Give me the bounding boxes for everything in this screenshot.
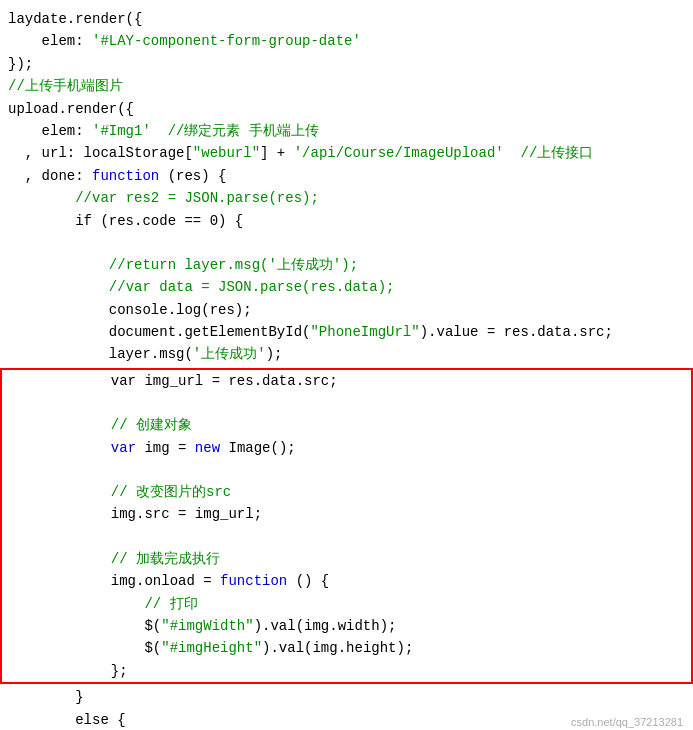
code-token: '#Img1': [92, 120, 151, 142]
code-line: upload.render({: [0, 98, 693, 120]
code-token: var: [111, 437, 136, 459]
code-token: , url: localStorage[: [8, 142, 193, 164]
code-line: [2, 459, 691, 481]
code-line: if (res.code == 0) {: [0, 210, 693, 232]
code-token: if (res.code == 0) {: [8, 210, 243, 232]
watermark: csdn.net/qq_37213281: [571, 714, 683, 730]
code-token: ] +: [260, 142, 294, 164]
code-token: [504, 142, 521, 164]
code-container: laydate.render({ elem: '#LAY-component-f…: [0, 0, 693, 730]
code-token: [10, 548, 111, 570]
code-line: //return layer.msg('上传成功');: [0, 254, 693, 276]
code-line: //上传手机端图片: [0, 75, 693, 97]
code-token: //var data = JSON.parse(res.data);: [109, 276, 395, 298]
code-line: [0, 232, 693, 254]
code-token: upload.render({: [8, 98, 134, 120]
code-token: $(: [10, 615, 161, 637]
code-token: // 创建对象: [111, 414, 192, 436]
code-token: else {: [8, 709, 126, 730]
code-token: (res) {: [159, 165, 226, 187]
code-line: });: [0, 53, 693, 75]
code-token: document.getElementById(: [8, 321, 310, 343]
code-token: //上传接口: [521, 142, 594, 164]
code-token: "#imgWidth": [161, 615, 253, 637]
code-line: // 创建对象: [2, 414, 691, 436]
code-line: [2, 392, 691, 414]
code-token: ).val(img.width);: [254, 615, 397, 637]
code-token: ).val(img.height);: [262, 637, 413, 659]
code-token: //var res2 = JSON.parse(res);: [75, 187, 319, 209]
code-token: // 加载完成执行: [111, 548, 220, 570]
code-line: [2, 526, 691, 548]
code-line: document.getElementById("PhoneImgUrl").v…: [0, 321, 693, 343]
code-block: laydate.render({ elem: '#LAY-component-f…: [0, 8, 693, 730]
code-token: });: [8, 53, 33, 75]
code-token: img.onload =: [10, 570, 220, 592]
code-token: function: [92, 165, 159, 187]
code-token: img =: [136, 437, 195, 459]
code-token: [10, 593, 144, 615]
code-token: elem:: [8, 30, 92, 52]
code-token: () {: [287, 570, 329, 592]
code-token: //绑定元素 手机端上传: [168, 120, 319, 142]
code-token: var img_url = res.data.src;: [10, 370, 338, 392]
code-token: Image();: [220, 437, 296, 459]
code-line: var img = new Image();: [2, 437, 691, 459]
code-token: elem:: [8, 120, 92, 142]
code-line: //var res2 = JSON.parse(res);: [0, 187, 693, 209]
code-token: layer.msg(: [8, 343, 193, 365]
code-token: laydate.render({: [8, 8, 142, 30]
code-token: new: [195, 437, 220, 459]
code-token: // 打印: [144, 593, 197, 615]
code-line: laydate.render({: [0, 8, 693, 30]
code-line: // 改变图片的src: [2, 481, 691, 503]
code-line: var img_url = res.data.src;: [2, 370, 691, 392]
code-token: img.src = img_url;: [10, 503, 262, 525]
code-line: $("#imgWidth").val(img.width);: [2, 615, 691, 637]
code-token: , done:: [8, 165, 92, 187]
code-token: [10, 481, 111, 503]
code-token: '/api/Course/ImageUpload': [294, 142, 504, 164]
code-token: };: [10, 660, 128, 682]
code-token: $(: [10, 637, 161, 659]
code-line: //var data = JSON.parse(res.data);: [0, 276, 693, 298]
code-token: function: [220, 570, 287, 592]
code-line: elem: '#Img1' //绑定元素 手机端上传: [0, 120, 693, 142]
code-token: [8, 187, 75, 209]
code-token: [151, 120, 168, 142]
code-token: [10, 437, 111, 459]
code-token: }: [8, 686, 84, 708]
code-line: layer.msg('上传成功');: [0, 343, 693, 365]
code-token: ).value = res.data.src;: [420, 321, 613, 343]
code-token: //上传手机端图片: [8, 75, 123, 97]
code-token: console.log(res);: [8, 299, 252, 321]
code-line: , done: function (res) {: [0, 165, 693, 187]
code-line: // 打印: [2, 593, 691, 615]
code-token: [8, 254, 109, 276]
code-token: [8, 276, 109, 298]
code-line: }: [0, 686, 693, 708]
code-token: "weburl": [193, 142, 260, 164]
code-token: "#imgHeight": [161, 637, 262, 659]
code-token: '上传成功': [193, 343, 266, 365]
code-line: $("#imgHeight").val(img.height);: [2, 637, 691, 659]
code-line: console.log(res);: [0, 299, 693, 321]
code-token: // 改变图片的src: [111, 481, 231, 503]
code-line: img.src = img_url;: [2, 503, 691, 525]
code-token: );: [266, 343, 283, 365]
code-line: elem: '#LAY-component-form-group-date': [0, 30, 693, 52]
code-line: , url: localStorage["weburl"] + '/api/Co…: [0, 142, 693, 164]
code-line: img.onload = function () {: [2, 570, 691, 592]
code-token: //return layer.msg('上传成功');: [109, 254, 358, 276]
highlighted-code-block: var img_url = res.data.src; // 创建对象 var …: [0, 368, 693, 684]
code-token: [10, 414, 111, 436]
code-token: "PhoneImgUrl": [310, 321, 419, 343]
code-token: '#LAY-component-form-group-date': [92, 30, 361, 52]
code-line: // 加载完成执行: [2, 548, 691, 570]
code-line: };: [2, 660, 691, 682]
